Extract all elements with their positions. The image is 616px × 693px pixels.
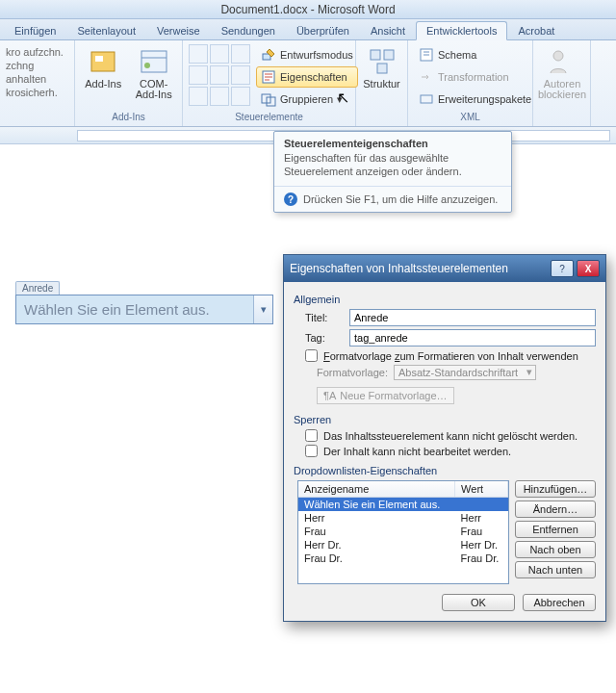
design-mode-button[interactable]: Entwurfsmodus — [256, 44, 358, 65]
svg-rect-2 — [141, 51, 167, 72]
content-control-dropdown[interactable]: ▾ — [253, 295, 272, 323]
tab-ueberpruefen[interactable]: Überprüfen — [286, 21, 360, 39]
transformation-button: Transformation — [414, 66, 536, 88]
cancel-button[interactable]: Abbrechen — [523, 594, 596, 611]
screentip-body: Eigenschaften für das ausgewählte Steuer… — [274, 151, 511, 186]
list-item[interactable]: HerrHerr — [298, 511, 508, 525]
schema-icon — [419, 47, 434, 63]
properties-icon — [261, 69, 276, 85]
group-addins: Add-Ins COM- Add-Ins Add-Ins — [75, 40, 183, 126]
tab-ansicht[interactable]: Ansicht — [360, 21, 416, 39]
screentip: Steuerelementeigenschaften Eigenschaften… — [273, 131, 512, 213]
style-label: Formatvorlage: — [317, 367, 388, 378]
help-icon: ? — [284, 192, 297, 206]
dialog-title: Eigenschaften von Inhaltssteuerelementen — [290, 262, 548, 275]
ok-button[interactable]: OK — [442, 594, 515, 611]
new-style-icon: ¶A — [323, 390, 336, 401]
svg-rect-9 — [371, 50, 380, 60]
list-item[interactable]: Wählen Sie ein Element aus. — [298, 498, 508, 512]
lock-edit-label: Der Inhalt kann nicht bearbeitet werden. — [323, 446, 511, 457]
content-control[interactable]: Anrede Wählen Sie ein Element aus. ▾ — [15, 281, 273, 324]
svg-rect-10 — [384, 50, 394, 60]
group-controls-label: Steuerelemente — [189, 112, 349, 124]
style-combo: Absatz-Standardschriftart — [394, 365, 536, 380]
structure-icon — [367, 46, 398, 77]
chevron-down-icon: ▾ — [337, 93, 343, 106]
com-addins-button[interactable]: COM- Add-Ins — [132, 42, 177, 100]
add-button[interactable]: Hinzufügen… — [515, 480, 596, 498]
remove-button[interactable]: Entfernen — [515, 521, 596, 538]
dialog-close-button[interactable]: X — [577, 260, 600, 277]
list-item[interactable]: Frau Dr.Frau Dr. — [298, 552, 508, 565]
group-controls: Entwurfsmodus Eigenschaften Gruppieren ▾ — [183, 40, 356, 126]
addins-button[interactable]: Add-Ins — [81, 42, 126, 90]
move-up-button[interactable]: Nach oben — [515, 541, 596, 558]
group-structure: Struktur — [356, 40, 408, 126]
svg-rect-13 — [421, 95, 432, 103]
properties-button[interactable]: Eigenschaften — [256, 66, 358, 88]
window-titlebar: Document1.docx - Microsoft Word — [0, 0, 616, 19]
tag-input[interactable] — [349, 329, 596, 346]
transformation-icon — [419, 69, 434, 85]
properties-dialog: Eigenschaften von Inhaltssteuerelementen… — [283, 254, 606, 622]
group-xml-label: XML — [414, 112, 526, 124]
tab-sendungen[interactable]: Sendungen — [211, 21, 286, 39]
macro-record[interactable]: kro aufzchn. — [6, 45, 73, 59]
dialog-help-button[interactable]: ? — [551, 260, 574, 277]
expansion-button[interactable]: Erweiterungspakete — [414, 89, 536, 110]
move-down-button[interactable]: Nach unten — [515, 561, 596, 578]
content-control-tag: Anrede — [15, 281, 60, 295]
list-item[interactable]: FrauFrau — [298, 525, 508, 538]
svg-rect-11 — [377, 64, 387, 73]
structure-button[interactable]: Struktur — [362, 42, 401, 90]
group-addins-label: Add-Ins — [81, 112, 176, 124]
screentip-help: Drücken Sie F1, um die Hilfe anzuzeigen. — [303, 193, 498, 205]
edit-button[interactable]: Ändern… — [515, 500, 596, 518]
tab-acrobat[interactable]: Acrobat — [507, 21, 565, 39]
list-item[interactable]: Herr Dr.Herr Dr. — [298, 538, 508, 552]
group-code: kro aufzchn. zchng anhalten krosicherh. — [0, 40, 75, 126]
window-title: Document1.docx - Microsoft Word — [220, 3, 395, 16]
group-protect: Autoren blockieren — [533, 40, 591, 126]
macro-controls: kro aufzchn. zchng anhalten krosicherh. — [6, 42, 73, 102]
ribbon: kro aufzchn. zchng anhalten krosicherh. … — [0, 40, 616, 127]
svg-point-14 — [553, 51, 563, 61]
dropdown-list[interactable]: Anzeigename Wert Wählen Sie ein Element … — [297, 480, 509, 584]
lock-edit-checkbox[interactable] — [305, 445, 318, 457]
macro-pause[interactable]: zchng anhalten — [6, 59, 73, 86]
control-gallery[interactable] — [189, 42, 250, 106]
content-control-placeholder[interactable]: Wählen Sie ein Element aus. — [16, 295, 253, 323]
section-general: Allgemein — [294, 294, 596, 305]
section-dropdown: Dropdownlisten-Eigenschaften — [294, 465, 596, 476]
macro-security[interactable]: krosicherh. — [6, 86, 73, 99]
group-button[interactable]: Gruppieren ▾ — [256, 89, 358, 110]
use-style-label: Formatvorlage zum Formatieren von Inhalt… — [323, 350, 578, 362]
screentip-title: Steuerelementeigenschaften — [274, 132, 511, 151]
title-label: Titel: — [305, 312, 344, 323]
svg-point-4 — [144, 63, 150, 68]
title-input[interactable] — [349, 309, 596, 326]
tag-label: Tag: — [305, 332, 344, 344]
group-icon — [261, 91, 276, 107]
new-style-button: ¶A Neue Formatvorlage… — [317, 387, 454, 404]
schema-button[interactable]: Schema — [414, 44, 536, 65]
dialog-titlebar[interactable]: Eigenschaften von Inhaltssteuerelementen… — [284, 255, 605, 282]
lock-delete-checkbox[interactable] — [305, 429, 318, 442]
expansion-icon — [419, 91, 434, 107]
tab-einfuegen[interactable]: Einfügen — [4, 21, 66, 39]
block-authors-button: Autoren blockieren — [539, 42, 585, 100]
com-addins-icon — [139, 46, 169, 77]
section-lock: Sperren — [294, 414, 596, 425]
use-style-checkbox[interactable] — [305, 349, 318, 362]
tab-entwicklertools[interactable]: Entwicklertools — [416, 21, 507, 40]
design-mode-icon — [261, 47, 276, 63]
tab-seitenlayout[interactable]: Seitenlayout — [66, 21, 146, 39]
list-header-value[interactable]: Wert — [455, 481, 508, 498]
svg-rect-1 — [95, 56, 103, 62]
block-authors-icon — [547, 46, 578, 77]
ribbon-tabs: Einfügen Seitenlayout Verweise Sendungen… — [0, 19, 616, 40]
lock-delete-label: Das Inhaltssteuerelement kann nicht gelö… — [323, 430, 578, 442]
tab-verweise[interactable]: Verweise — [146, 21, 211, 39]
addins-icon — [88, 46, 118, 77]
list-header-name[interactable]: Anzeigename — [298, 481, 455, 498]
